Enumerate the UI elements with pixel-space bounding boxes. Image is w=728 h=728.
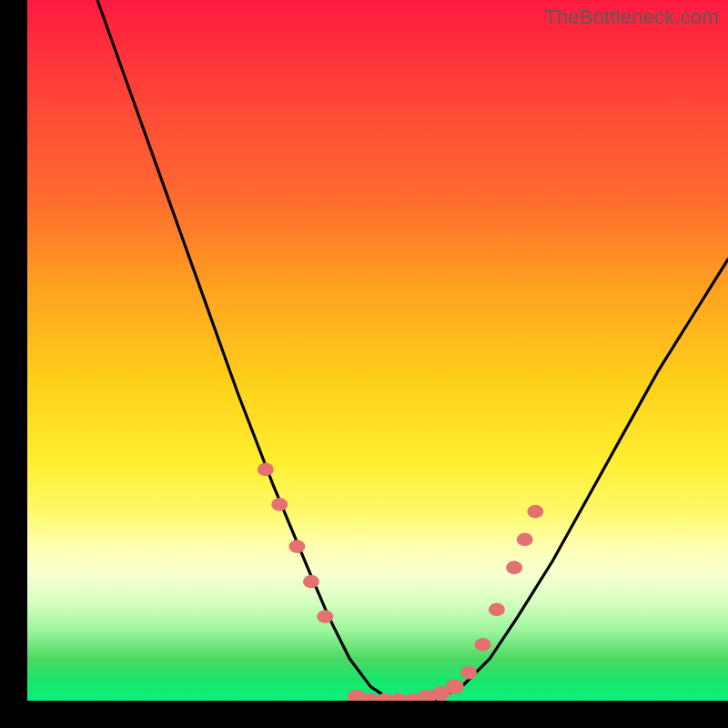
curve-marker: [489, 603, 505, 617]
curve-marker: [317, 610, 333, 623]
curve-marker: [446, 679, 464, 693]
plot-area: [27, 0, 728, 701]
curve-marker: [460, 666, 477, 680]
curve-markers: [258, 463, 544, 701]
curve-marker: [271, 498, 288, 511]
curve-marker: [475, 638, 491, 652]
curve-marker: [527, 505, 543, 519]
bottleneck-curve-svg: [27, 0, 728, 701]
chart-frame: TheBottleneck.com: [0, 0, 728, 728]
curve-marker: [258, 463, 274, 477]
bottleneck-curve: [97, 0, 728, 701]
watermark-text: TheBottleneck.com: [544, 5, 719, 29]
curve-marker: [288, 540, 305, 553]
curve-marker: [303, 575, 319, 589]
curve-layer: [97, 0, 728, 701]
curve-marker: [517, 533, 533, 547]
curve-marker: [506, 561, 522, 574]
